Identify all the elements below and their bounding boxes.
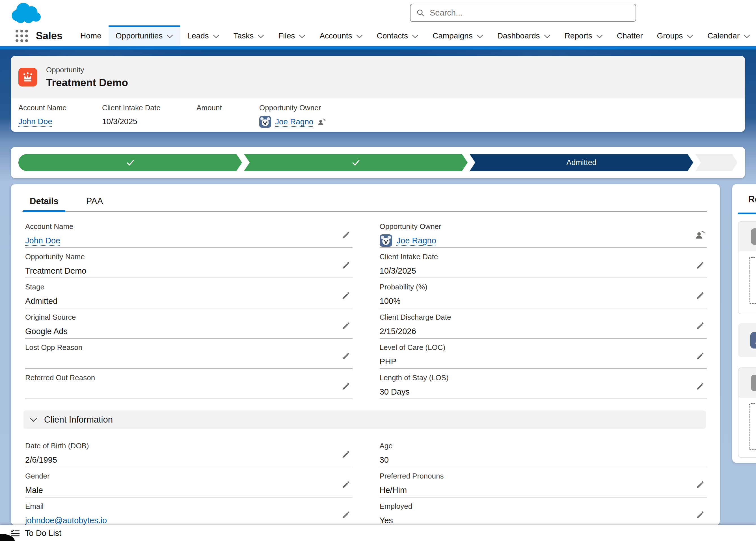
change-owner-icon[interactable] bbox=[695, 230, 706, 240]
field-row-lost-opp-reason: Lost Opp Reason bbox=[25, 338, 353, 369]
nav-item-label: Calendar bbox=[707, 31, 740, 40]
field-value: Treatment Demo bbox=[25, 264, 353, 277]
field-row-referred-out-reason: Referred Out Reason bbox=[25, 369, 353, 399]
nav-item-leads[interactable]: Leads bbox=[180, 25, 226, 46]
tab-details[interactable]: Details bbox=[23, 193, 65, 212]
nav-item-calendar[interactable]: Calendar bbox=[700, 25, 756, 46]
field-label: Stage bbox=[25, 282, 353, 291]
utility-bar: To Do List bbox=[0, 525, 756, 541]
nav-item-home[interactable]: Home bbox=[73, 25, 109, 46]
client-info-field-grid: Date of Birth (DOB)2/6/1995GenderMaleEma… bbox=[22, 431, 707, 525]
field-value-text: Treatment Demo bbox=[25, 266, 87, 275]
path-stage-stage-1[interactable] bbox=[18, 154, 242, 171]
edit-icon[interactable] bbox=[341, 382, 350, 391]
field-row-date-of-birth-dob: Date of Birth (DOB)2/6/1995 bbox=[25, 437, 353, 467]
page-canvas: Opportunity Treatment Demo Account NameJ… bbox=[0, 49, 756, 541]
field-value: Joe Ragno bbox=[380, 234, 707, 247]
edit-icon[interactable] bbox=[341, 291, 350, 300]
nav-item-contacts[interactable]: Contacts bbox=[370, 25, 426, 46]
field-label: Lost Opp Reason bbox=[25, 343, 353, 352]
path-stage-stage-4[interactable] bbox=[695, 154, 738, 171]
path-stage-admitted[interactable]: Admitted bbox=[469, 154, 693, 171]
field-label: Employed bbox=[380, 502, 707, 511]
drop-zone[interactable] bbox=[749, 403, 756, 450]
nav-item-label: Files bbox=[278, 31, 295, 40]
nav-item-chatter[interactable]: Chatter bbox=[610, 25, 650, 46]
nav-item-dashboards[interactable]: Dashboards bbox=[490, 25, 557, 46]
field-value bbox=[25, 385, 353, 398]
owner-link[interactable]: Joe Ragno bbox=[397, 236, 436, 245]
edit-icon[interactable] bbox=[341, 321, 350, 330]
change-owner-icon[interactable] bbox=[317, 117, 326, 126]
header-field-opportunity-owner: Opportunity OwnerJoe Ragno bbox=[259, 104, 326, 128]
nav-item-opportunities[interactable]: Opportunities bbox=[109, 25, 180, 46]
edit-icon[interactable] bbox=[695, 291, 705, 300]
nav-item-tasks[interactable]: Tasks bbox=[227, 25, 272, 46]
owner-link[interactable]: Joe Ragno bbox=[275, 117, 313, 126]
nav-item-files[interactable]: Files bbox=[271, 25, 313, 46]
field-value-link[interactable]: John Doe bbox=[18, 117, 52, 126]
nav-item-label: Accounts bbox=[320, 31, 352, 40]
field-label: Referred Out Reason bbox=[25, 373, 353, 382]
field-value-email-link[interactable]: johndoe@autobytes.io bbox=[25, 516, 107, 525]
utility-item-todo-list[interactable]: To Do List bbox=[25, 529, 61, 538]
path-stage-stage-2[interactable] bbox=[244, 154, 467, 171]
edit-icon[interactable] bbox=[341, 261, 350, 270]
search-input[interactable] bbox=[429, 8, 630, 18]
nav-item-groups[interactable]: Groups bbox=[650, 25, 701, 46]
field-value-text: 30 Days bbox=[380, 387, 410, 396]
header-field-account-name: Account NameJohn Doe bbox=[18, 104, 102, 128]
edit-icon[interactable] bbox=[695, 352, 705, 361]
nav-item-label: Campaigns bbox=[432, 31, 473, 40]
edit-icon[interactable] bbox=[695, 261, 705, 270]
related-card-header bbox=[738, 222, 756, 251]
nav-item-label: Contacts bbox=[377, 31, 408, 40]
edit-icon[interactable] bbox=[695, 382, 705, 391]
field-value-text: 30 bbox=[380, 455, 389, 465]
field-value: John Doe bbox=[18, 116, 102, 127]
header-field-amount: Amount bbox=[197, 104, 259, 128]
app-launcher-icon[interactable] bbox=[16, 30, 28, 42]
drop-zone[interactable] bbox=[749, 257, 756, 304]
nav-item-label: Chatter bbox=[617, 31, 643, 40]
field-value: 10/3/2025 bbox=[102, 116, 197, 127]
file-icon[interactable] bbox=[751, 375, 756, 391]
edit-icon[interactable] bbox=[695, 480, 705, 489]
note-icon[interactable] bbox=[751, 229, 756, 245]
field-row-client-intake-date: Client Intake Date10/3/2025 bbox=[380, 248, 707, 278]
nav-item-accounts[interactable]: Accounts bbox=[313, 25, 370, 46]
edit-icon[interactable] bbox=[695, 510, 705, 520]
edit-icon[interactable] bbox=[341, 510, 350, 520]
nav-item-label: Reports bbox=[565, 31, 592, 40]
edit-icon[interactable] bbox=[341, 231, 350, 240]
edit-icon[interactable] bbox=[341, 480, 350, 489]
edit-icon[interactable] bbox=[341, 352, 350, 361]
app-name: Sales bbox=[36, 30, 63, 42]
field-label: Date of Birth (DOB) bbox=[25, 441, 353, 450]
sales-path-panel: Admitted bbox=[11, 147, 745, 178]
salesforce-logo bbox=[11, 2, 41, 24]
field-value-text: Yes bbox=[380, 516, 393, 525]
tab-related[interactable]: Related bbox=[748, 194, 756, 205]
edit-icon[interactable] bbox=[695, 321, 705, 330]
related-card-log bbox=[738, 323, 756, 357]
tab-paa[interactable]: PAA bbox=[79, 193, 110, 212]
section-client-information[interactable]: Client Information bbox=[23, 410, 706, 429]
nav-item-campaigns[interactable]: Campaigns bbox=[425, 25, 490, 46]
edit-icon[interactable] bbox=[341, 450, 350, 459]
field-value-text: Male bbox=[25, 486, 43, 495]
field-row-client-discharge-date: Client Discharge Date2/15/2026 bbox=[380, 308, 707, 338]
field-label: Email bbox=[25, 502, 353, 511]
field-label: Age bbox=[380, 441, 707, 450]
field-value: Yes bbox=[380, 514, 707, 525]
field-value-link[interactable]: John Doe bbox=[25, 236, 60, 245]
entity-label: Opportunity bbox=[46, 66, 128, 74]
related-card-header bbox=[738, 368, 756, 398]
nav-item-reports[interactable]: Reports bbox=[557, 25, 610, 46]
highlights-title-text: Opportunity Treatment Demo bbox=[46, 66, 128, 89]
opportunity-highlights-panel: Opportunity Treatment Demo Account NameJ… bbox=[11, 56, 745, 132]
edit-pencil-icon[interactable] bbox=[750, 332, 756, 348]
active-tab-underline bbox=[738, 213, 756, 214]
field-row-probability: Probability (%)100% bbox=[380, 278, 707, 308]
field-row-original-source: Original SourceGoogle Ads bbox=[25, 308, 353, 338]
